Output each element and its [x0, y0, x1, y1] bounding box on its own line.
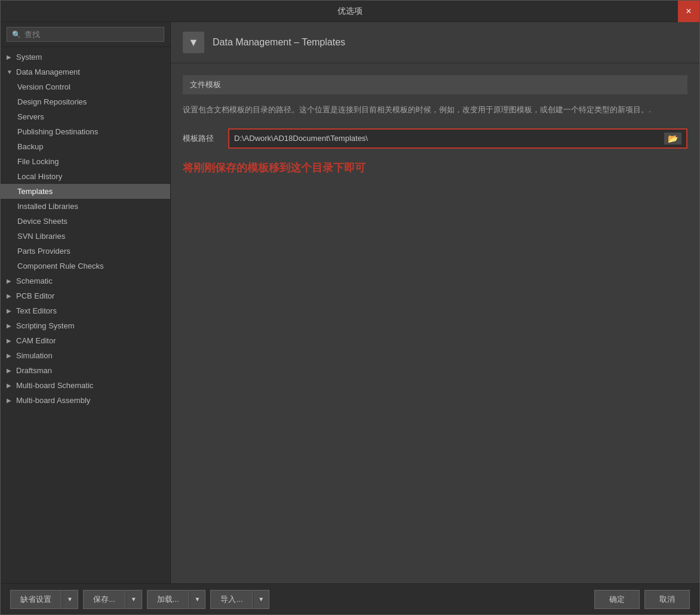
close-button[interactable]: ×: [678, 1, 699, 22]
arrow-icon: ▼: [7, 69, 14, 75]
sidebar-item-label: Parts Providers: [17, 247, 70, 256]
arrow-icon: ▶: [7, 397, 14, 404]
sidebar-item-draftsman[interactable]: ▶ Draftsman: [1, 363, 170, 378]
default-settings-group: 缺省设置 ▼: [10, 590, 78, 609]
import-arrow[interactable]: ▼: [253, 590, 269, 609]
sidebar-item-multi-board-assembly[interactable]: ▶ Multi-board Assembly: [1, 393, 170, 408]
sidebar-item-installed-libraries[interactable]: Installed Libraries: [1, 199, 170, 214]
cancel-button[interactable]: 取消: [644, 590, 690, 609]
import-button[interactable]: 导入...: [210, 590, 253, 609]
bottom-bar: 缺省设置 ▼ 保存... ▼ 加载... ▼ 导入... ▼ 确定 取消: [1, 583, 699, 614]
sidebar-item-schematic[interactable]: ▶ Schematic: [1, 273, 170, 288]
sidebar-item-file-locking[interactable]: File Locking: [1, 154, 170, 169]
form-row: 模板路径 📂: [183, 128, 687, 149]
sidebar-item-parts-providers[interactable]: Parts Providers: [1, 244, 170, 259]
browse-button[interactable]: 📂: [664, 133, 681, 144]
sidebar-item-component-rule-checks[interactable]: Component Rule Checks: [1, 259, 170, 273]
ok-button[interactable]: 确定: [594, 590, 640, 609]
sidebar-item-label: Multi-board Assembly: [16, 396, 90, 405]
default-settings-button[interactable]: 缺省设置: [10, 590, 62, 609]
default-settings-arrow[interactable]: ▼: [62, 590, 78, 609]
sidebar-item-label: Publishing Destinations: [17, 127, 98, 136]
sidebar-item-data-management[interactable]: ▼ Data Management: [1, 64, 170, 79]
save-button[interactable]: 保存...: [83, 590, 125, 609]
panel-header: ▼ Data Management – Templates: [171, 22, 699, 63]
title-bar: 优选项 ×: [1, 1, 699, 22]
load-button[interactable]: 加载...: [147, 590, 189, 609]
sidebar-item-svn-libraries[interactable]: SVN Libraries: [1, 229, 170, 244]
sidebar-item-label: PCB Editor: [16, 291, 54, 300]
sidebar-item-backup[interactable]: Backup: [1, 139, 170, 154]
sidebar-item-label: System: [16, 53, 42, 61]
sidebar-item-label: Servers: [17, 112, 44, 121]
sidebar-item-design-repositories[interactable]: Design Repositories: [1, 94, 170, 109]
arrow-icon: ▶: [7, 367, 14, 374]
form-input-wrapper: 📂: [228, 128, 687, 149]
sidebar-item-local-history[interactable]: Local History: [1, 169, 170, 184]
panel-title: Data Management – Templates: [213, 37, 345, 48]
sidebar-item-label: Data Management: [16, 67, 80, 76]
sidebar-item-label: Templates: [17, 187, 53, 196]
sidebar-item-label: Component Rule Checks: [17, 262, 104, 270]
sidebar-item-text-editors[interactable]: ▶ Text Editors: [1, 303, 170, 318]
template-path-input[interactable]: [234, 134, 664, 143]
search-icon: 🔍: [12, 30, 21, 39]
sidebar-item-label: Scripting System: [16, 321, 75, 330]
sidebar-item-label: Backup: [17, 142, 43, 151]
panel-body: 文件模板 设置包含文档模板的目录的路径。这个位置是连接到目前相关模板的时候，例如…: [171, 63, 699, 583]
sidebar-item-label: Local History: [17, 172, 62, 181]
hint-text: 将刚刚保存的模板移到这个目录下即可: [183, 161, 687, 175]
arrow-icon: ▶: [7, 322, 14, 329]
sidebar-item-label: Schematic: [16, 276, 53, 285]
sidebar-item-label: SVN Libraries: [17, 232, 65, 241]
save-group: 保存... ▼: [83, 590, 142, 609]
panel-icon-symbol: ▼: [188, 36, 199, 49]
sidebar: 🔍 ▶ System ▼ Data Management Version Con…: [1, 22, 171, 583]
sidebar-item-cam-editor[interactable]: ▶ CAM Editor: [1, 333, 170, 348]
sidebar-item-pcb-editor[interactable]: ▶ PCB Editor: [1, 288, 170, 303]
bottom-right-buttons: 确定 取消: [594, 590, 690, 609]
description-text: 设置包含文档模板的目录的路径。这个位置是连接到目前相关模板的时候，例如，改变用于…: [183, 104, 687, 116]
load-group: 加载... ▼: [147, 590, 206, 609]
search-input-wrapper[interactable]: 🔍: [7, 27, 164, 42]
sidebar-item-simulation[interactable]: ▶ Simulation: [1, 348, 170, 363]
load-arrow[interactable]: ▼: [189, 590, 206, 609]
sidebar-item-scripting-system[interactable]: ▶ Scripting System: [1, 318, 170, 333]
sidebar-item-multi-board-schematic[interactable]: ▶ Multi-board Schematic: [1, 378, 170, 393]
sidebar-item-label: Multi-board Schematic: [16, 381, 93, 390]
sidebar-item-system[interactable]: ▶ System: [1, 50, 170, 64]
arrow-icon: ▶: [7, 337, 14, 344]
sidebar-item-servers[interactable]: Servers: [1, 109, 170, 124]
arrow-icon: ▶: [7, 278, 14, 284]
arrow-icon: ▶: [7, 308, 14, 314]
search-box: 🔍: [1, 22, 170, 47]
sidebar-item-version-control[interactable]: Version Control: [1, 79, 170, 94]
dialog-title: 优选项: [337, 6, 363, 17]
panel-icon: ▼: [183, 32, 204, 53]
section-header: 文件模板: [183, 75, 687, 94]
sidebar-item-label: Simulation: [16, 351, 53, 360]
sidebar-item-label: Text Editors: [16, 306, 57, 315]
arrow-icon: ▶: [7, 54, 14, 60]
sidebar-item-label: Version Control: [17, 82, 70, 91]
sidebar-item-label: File Locking: [17, 157, 59, 166]
arrow-icon: ▶: [7, 352, 14, 359]
bottom-left-buttons: 缺省设置 ▼ 保存... ▼ 加载... ▼ 导入... ▼: [10, 590, 269, 609]
arrow-icon: ▶: [7, 293, 14, 299]
save-arrow[interactable]: ▼: [125, 590, 142, 609]
sidebar-item-label: Device Sheets: [17, 217, 67, 226]
arrow-icon: ▶: [7, 382, 14, 389]
sidebar-item-label: Installed Libraries: [17, 202, 78, 211]
form-label: 模板路径: [183, 133, 219, 144]
preferences-dialog: 优选项 × 🔍 ▶ System ▼ Data Man: [0, 0, 700, 615]
sidebar-item-label: CAM Editor: [16, 336, 56, 345]
sidebar-tree: ▶ System ▼ Data Management Version Contr…: [1, 47, 170, 583]
sidebar-item-device-sheets[interactable]: Device Sheets: [1, 214, 170, 229]
main-content: 🔍 ▶ System ▼ Data Management Version Con…: [1, 22, 699, 583]
sidebar-item-label: Design Repositories: [17, 97, 87, 106]
right-panel: ▼ Data Management – Templates 文件模板 设置包含文…: [171, 22, 699, 583]
search-input[interactable]: [24, 30, 159, 39]
sidebar-item-templates[interactable]: Templates: [1, 184, 170, 199]
sidebar-item-publishing-destinations[interactable]: Publishing Destinations: [1, 124, 170, 139]
import-group: 导入... ▼: [210, 590, 269, 609]
